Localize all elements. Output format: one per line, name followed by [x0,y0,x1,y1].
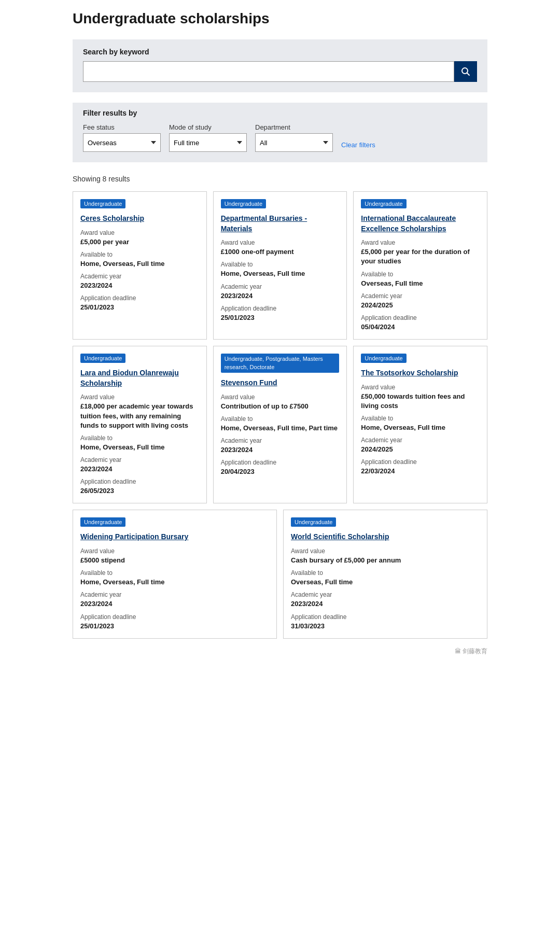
award-value: £5,000 per year for the duration of your… [361,247,480,266]
award-value: £5000 stipend [80,556,269,565]
department-select[interactable]: All [255,133,333,152]
academic-year-label: Academic year [221,437,340,444]
card-badge: Undergraduate, Postgraduate, Masters res… [221,354,340,373]
academic-year-value: 2023/2024 [291,599,480,609]
search-row [83,61,477,82]
available-label: Available to [291,569,480,577]
deadline-value: 22/03/2024 [361,467,480,476]
deadline-label: Application deadline [361,314,480,321]
card-title[interactable]: International Baccalaureate Excellence S… [361,214,480,234]
award-value: £5,000 per year [80,237,199,247]
deadline-value: 25/01/2023 [221,313,340,322]
mode-of-study-label: Mode of study [169,123,247,131]
card-badge: Undergraduate [80,354,125,363]
academic-year-label: Academic year [361,437,480,444]
award-label: Award value [221,239,340,246]
search-input[interactable] [83,61,454,82]
award-label: Award value [361,384,480,391]
card-title[interactable]: Widening Participation Bursary [80,532,269,542]
mode-of-study-select[interactable]: Full time All Part time [169,133,247,152]
academic-year-label: Academic year [361,292,480,300]
available-value: Overseas, Full time [361,279,480,288]
scholarship-card: UndergraduateWidening Participation Burs… [73,510,277,638]
card-title[interactable]: World Scientific Scholarship [291,532,480,542]
fee-status-group: Fee status Overseas All Home [83,123,161,152]
filter-label: Filter results by [83,109,477,117]
card-badge: Undergraduate [80,517,125,527]
available-value: Home, Overseas, Full time [80,578,269,587]
deadline-value: 26/05/2023 [80,486,199,496]
mode-of-study-group: Mode of study Full time All Part time [169,123,247,152]
search-label: Search by keyword [83,48,477,56]
deadline-label: Application deadline [221,459,340,466]
available-label: Available to [80,251,199,258]
card-title[interactable]: Lara and Biodun Olanrewaju Scholarship [80,368,199,388]
academic-year-value: 2024/2025 [361,445,480,454]
academic-year-label: Academic year [221,283,340,290]
card-badge: Undergraduate [221,199,266,208]
available-label: Available to [80,569,269,577]
available-label: Available to [361,415,480,422]
available-label: Available to [80,434,199,442]
page-title: Undergraduate scholarships [73,10,487,27]
scholarship-card: UndergraduateLara and Biodun Olanrewaju … [73,346,207,503]
card-title[interactable]: Ceres Scholarship [80,214,199,224]
results-count: Showing 8 results [73,175,487,183]
academic-year-label: Academic year [291,591,480,598]
scholarship-card: Undergraduate, Postgraduate, Masters res… [213,346,347,503]
deadline-label: Application deadline [221,305,340,312]
available-label: Available to [221,261,340,268]
filter-row: Fee status Overseas All Home Mode of stu… [83,123,477,152]
award-label: Award value [361,239,480,246]
deadline-value: 25/01/2023 [80,303,199,312]
available-value: Home, Overseas, Full time [221,269,340,278]
available-value: Home, Overseas, Full time [80,443,199,452]
card-title[interactable]: Stevenson Fund [221,378,340,388]
scholarship-card: UndergraduateCeres ScholarshipAward valu… [73,191,207,340]
academic-year-value: 2023/2024 [221,445,340,455]
scholarship-card: UndergraduateWorld Scientific Scholarshi… [283,510,487,638]
award-value: Cash bursary of £5,000 per annum [291,556,480,565]
deadline-label: Application deadline [80,478,199,485]
scholarship-card: UndergraduateDepartmental Bursaries - Ma… [213,191,347,340]
card-title[interactable]: Departmental Bursaries - Materials [221,214,340,234]
award-value: £50,000 towards tuition fees and living … [361,392,480,411]
search-button[interactable] [454,61,477,82]
watermark: 🏛 剑藤教育 [73,647,487,656]
academic-year-value: 2023/2024 [80,465,199,474]
card-badge: Undergraduate [361,354,406,363]
deadline-value: 25/01/2023 [80,622,269,631]
card-title[interactable]: The Tsotsorkov Scholarship [361,368,480,378]
department-label: Department [255,123,333,131]
available-value: Overseas, Full time [291,578,480,587]
academic-year-value: 2023/2024 [221,291,340,301]
department-group: Department All [255,123,333,152]
award-label: Award value [80,229,199,236]
deadline-label: Application deadline [80,294,199,302]
search-section: Search by keyword [73,39,487,92]
fee-status-select[interactable]: Overseas All Home [83,133,161,152]
search-icon [461,67,470,76]
deadline-value: 05/04/2024 [361,322,480,332]
deadline-label: Application deadline [80,613,269,621]
available-label: Available to [221,415,340,423]
card-badge: Undergraduate [361,199,406,208]
available-value: Home, Overseas, Full time [361,423,480,432]
deadline-label: Application deadline [291,613,480,621]
academic-year-value: 2023/2024 [80,599,269,609]
academic-year-value: 2024/2025 [361,301,480,310]
academic-year-label: Academic year [80,273,199,280]
clear-filters-link[interactable]: Clear filters [341,141,375,152]
svg-line-1 [467,73,470,76]
card-badge: Undergraduate [291,517,336,527]
available-label: Available to [361,271,480,278]
deadline-value: 20/04/2023 [221,467,340,476]
scholarship-card: UndergraduateInternational Baccalaureate… [353,191,487,340]
available-value: Home, Overseas, Full time [80,259,199,269]
award-label: Award value [291,547,480,555]
academic-year-value: 2023/2024 [80,281,199,290]
deadline-value: 31/03/2023 [291,622,480,631]
card-badge: Undergraduate [80,199,125,208]
filter-section: Filter results by Fee status Overseas Al… [73,103,487,162]
award-label: Award value [80,393,199,401]
